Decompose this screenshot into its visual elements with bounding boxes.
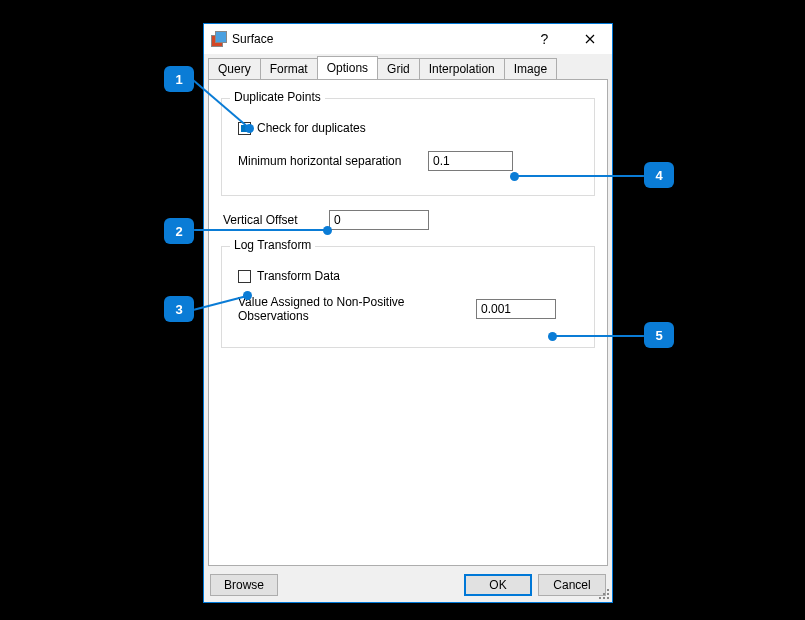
callout-4-dot bbox=[510, 172, 519, 181]
callout-2-dot bbox=[323, 226, 332, 235]
callout-1-dot bbox=[245, 124, 254, 133]
tab-options[interactable]: Options bbox=[317, 56, 378, 79]
close-button[interactable] bbox=[567, 24, 612, 54]
duplicate-points-group: Duplicate Points Check for duplicates Mi… bbox=[221, 98, 595, 196]
close-icon bbox=[585, 34, 595, 44]
titlebar: Surface ? bbox=[204, 24, 612, 54]
tab-format[interactable]: Format bbox=[260, 58, 318, 79]
callout-5: 5 bbox=[644, 322, 674, 348]
callout-4: 4 bbox=[644, 162, 674, 188]
vertical-offset-label: Vertical Offset bbox=[223, 213, 319, 227]
callout-5-dot bbox=[548, 332, 557, 341]
cancel-button[interactable]: Cancel bbox=[538, 574, 606, 596]
dialog-title: Surface bbox=[232, 32, 273, 46]
help-button[interactable]: ? bbox=[522, 24, 567, 54]
transform-data-checkbox[interactable] bbox=[238, 270, 251, 283]
duplicate-points-legend: Duplicate Points bbox=[230, 90, 325, 104]
button-bar: Browse OK Cancel bbox=[204, 570, 612, 602]
min-sep-input[interactable] bbox=[428, 151, 513, 171]
nonpos-input[interactable] bbox=[476, 299, 556, 319]
nonpos-label: Value Assigned to Non-Positive Observati… bbox=[238, 295, 466, 323]
tab-strip: Query Format Options Grid Interpolation … bbox=[204, 54, 612, 79]
surface-dialog: Surface ? Query Format Options Grid Inte… bbox=[203, 23, 613, 603]
log-transform-legend: Log Transform bbox=[230, 238, 315, 252]
callout-3-dot bbox=[243, 291, 252, 300]
resize-grip-icon[interactable] bbox=[598, 588, 610, 600]
tab-grid[interactable]: Grid bbox=[377, 58, 420, 79]
log-transform-group: Log Transform Transform Data Value Assig… bbox=[221, 246, 595, 348]
tab-interpolation[interactable]: Interpolation bbox=[419, 58, 505, 79]
ok-button[interactable]: OK bbox=[464, 574, 532, 596]
callout-2: 2 bbox=[164, 218, 194, 244]
callout-3: 3 bbox=[164, 296, 194, 322]
tab-image[interactable]: Image bbox=[504, 58, 557, 79]
callout-1: 1 bbox=[164, 66, 194, 92]
app-icon bbox=[210, 31, 226, 47]
check-duplicates-label: Check for duplicates bbox=[257, 121, 366, 135]
tab-query[interactable]: Query bbox=[208, 58, 261, 79]
browse-button[interactable]: Browse bbox=[210, 574, 278, 596]
transform-data-label: Transform Data bbox=[257, 269, 340, 283]
vertical-offset-input[interactable] bbox=[329, 210, 429, 230]
min-sep-label: Minimum horizontal separation bbox=[238, 154, 418, 168]
options-panel: Duplicate Points Check for duplicates Mi… bbox=[208, 79, 608, 566]
